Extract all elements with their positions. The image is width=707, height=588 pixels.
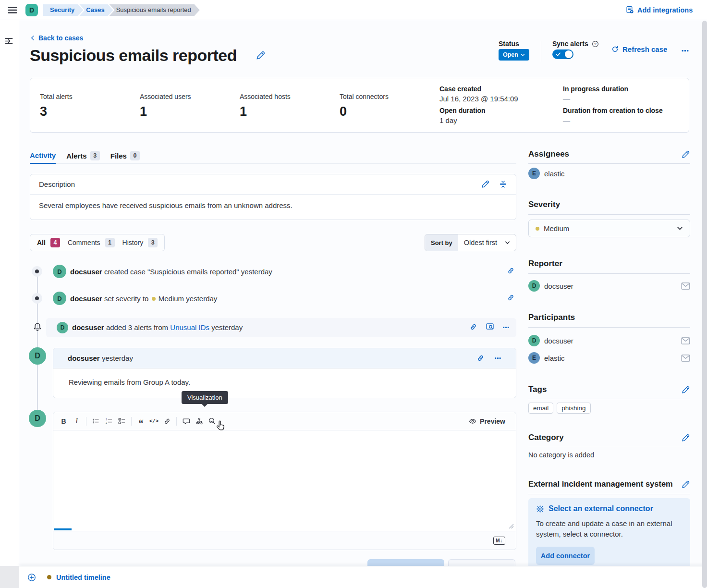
comment-actions-ellipsis-icon[interactable] (494, 355, 501, 362)
tab-alerts[interactable]: Alerts3 (66, 148, 100, 164)
case-actions-ellipsis-icon[interactable] (681, 47, 689, 55)
select-connector-link[interactable]: Select an external connector (536, 504, 683, 513)
activity-filter-group: All 4 Comments 1 History 3 (30, 234, 165, 251)
copy-link-icon[interactable] (469, 323, 477, 331)
gear-icon (536, 505, 544, 513)
participant-row: E elastic (528, 352, 690, 364)
breadcrumb-current: Suspicious emails reported (110, 4, 200, 16)
timeline-bottom-bar: Untitled timeline (19, 566, 707, 588)
edit-title-pencil-icon[interactable] (256, 51, 265, 60)
timeline-dot-marker (32, 293, 42, 304)
tags-list: emailphishing (528, 403, 594, 414)
unusual-ids-link[interactable]: Unusual IDs (170, 323, 209, 331)
edit-category-pencil-icon[interactable] (682, 434, 690, 442)
markdown-help-icon[interactable]: M↓ (493, 537, 505, 545)
alert-actions-ellipsis-icon[interactable] (502, 324, 510, 331)
breadcrumb-cases[interactable]: Cases (79, 4, 113, 16)
files-count-badge: 0 (130, 151, 140, 160)
preview-button[interactable]: Preview (469, 417, 512, 425)
insert-link-button[interactable] (160, 416, 173, 427)
toolbar-separator (176, 417, 177, 426)
external-system-title: External incident management system (528, 479, 673, 489)
severity-select[interactable]: Medium (528, 220, 690, 237)
code-button[interactable]: </> (147, 416, 160, 427)
back-to-cases-link[interactable]: Back to cases (30, 34, 83, 42)
copy-link-icon[interactable] (476, 354, 485, 362)
menu-hamburger-icon[interactable] (7, 5, 18, 15)
edit-connector-pencil-icon[interactable] (682, 480, 690, 489)
status-open-button[interactable]: Open (499, 49, 529, 61)
email-icon[interactable] (681, 337, 690, 344)
tags-title: Tags (528, 385, 547, 394)
event-created-text: docsuser created case "Suspicious emails… (70, 268, 272, 276)
space-avatar[interactable]: D (25, 4, 38, 16)
investigate-in-timeline-icon[interactable] (486, 322, 494, 331)
add-integrations-button[interactable]: Add integrations (626, 6, 693, 14)
italic-button[interactable]: I (70, 416, 83, 427)
rail-bottom-gutter (0, 566, 19, 588)
breadcrumb-security[interactable]: Security (43, 4, 83, 16)
tab-activity[interactable]: Activity (30, 148, 56, 164)
unordered-list-button[interactable] (89, 416, 102, 427)
filter-comments-button[interactable]: Comments (68, 239, 100, 246)
add-timeline-plus-icon[interactable] (27, 573, 36, 582)
divider (528, 399, 690, 399)
chevron-down-icon (505, 240, 510, 245)
insert-timeline-button[interactable] (193, 416, 206, 427)
toolbar-separator (86, 417, 86, 426)
bold-button[interactable]: B (57, 416, 70, 427)
toolbar-separator (131, 417, 132, 426)
metric-total-connectors: Total connectors0 (340, 93, 389, 119)
ordered-list-button[interactable]: 12 (102, 416, 115, 427)
add-connector-button[interactable]: Add connector (536, 547, 595, 565)
case-tabs: Activity Alerts3 Files0 (30, 148, 516, 164)
sync-alerts-toggle[interactable] (552, 49, 573, 59)
bell-icon (33, 322, 42, 332)
email-icon[interactable] (681, 282, 690, 290)
quote-comment-button[interactable] (180, 416, 193, 427)
svg-text:2: 2 (106, 421, 107, 424)
divider (528, 494, 690, 494)
alerts-event-row: D docsuser added 3 alerts from Unusual I… (46, 318, 516, 337)
sync-alerts-label-row: Sync alerts ? (552, 40, 599, 48)
email-icon[interactable] (681, 355, 690, 362)
filter-history-count-badge: 3 (148, 238, 158, 247)
metric-case-created: Case created Jul 16, 2023 @ 19:54:09 Ope… (439, 85, 518, 124)
current-user-avatar: D (29, 410, 46, 427)
filter-history-button[interactable]: History (122, 239, 144, 246)
severity-medium-dot (152, 297, 156, 301)
refresh-icon (611, 46, 619, 53)
tag-badge: email (528, 403, 553, 414)
expand-nav-icon[interactable] (4, 37, 13, 46)
refresh-case-button[interactable]: Refresh case (611, 45, 667, 53)
filter-comments-count-badge: 1 (105, 238, 115, 247)
divider (528, 327, 690, 328)
comment-card: docsuser yesterday Reviewing emails from… (53, 348, 516, 398)
add-integrations-label: Add integrations (637, 6, 693, 14)
vertical-scrollbar[interactable] (702, 21, 707, 588)
collapse-description-icon[interactable] (499, 180, 507, 188)
untitled-timeline-button[interactable]: Untitled timeline (56, 574, 110, 581)
sort-order-select[interactable]: Oldest first (458, 234, 516, 251)
tab-files[interactable]: Files0 (110, 148, 140, 164)
secondary-button-partial[interactable] (448, 559, 515, 566)
assignee-row: E elastic (528, 168, 565, 179)
filter-all-count-badge: 4 (50, 238, 60, 247)
edit-assignees-pencil-icon[interactable] (682, 150, 690, 159)
participant-row: D docsuser (528, 335, 690, 346)
resize-handle[interactable] (509, 524, 514, 529)
filter-all-button[interactable]: All (37, 239, 46, 246)
help-question-icon[interactable]: ? (592, 40, 599, 48)
description-panel: Description Several employees have recei… (30, 174, 516, 220)
add-comment-button-partial[interactable] (367, 559, 444, 566)
copy-link-icon[interactable] (507, 267, 515, 275)
comment-textarea[interactable] (53, 430, 516, 531)
comment-body: Reviewing emails from Group A today. (53, 368, 516, 396)
metric-durations: In progress duration — Duration from cre… (563, 85, 663, 124)
copy-link-icon[interactable] (507, 294, 515, 302)
edit-description-pencil-icon[interactable] (481, 180, 489, 188)
task-list-button[interactable] (115, 416, 128, 427)
edit-tags-pencil-icon[interactable] (682, 386, 690, 394)
textarea-focus-bar (54, 528, 72, 530)
quote-button[interactable]: “ (134, 416, 147, 427)
